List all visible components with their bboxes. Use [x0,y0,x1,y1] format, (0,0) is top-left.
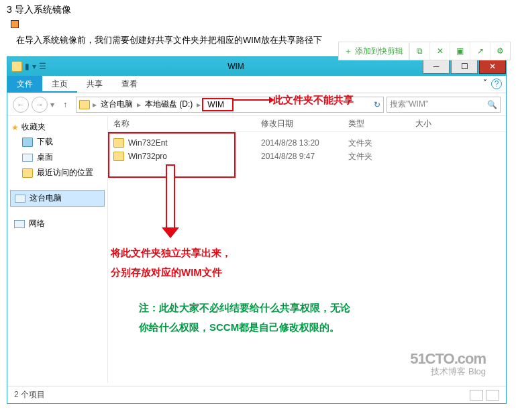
sidebar-downloads[interactable]: 下载 [10,134,105,150]
maximize-button[interactable]: ☐ [451,59,478,74]
chevron-right-icon: ▸ [91,100,98,109]
ribbon-file-tab[interactable]: 文件 [7,76,42,93]
tool-copy-icon[interactable]: ⧉ [409,42,429,60]
plus-icon: ＋ [344,46,352,57]
annotation-arrow-icon [232,99,272,101]
search-icon: 🔍 [487,100,497,109]
minimize-button[interactable]: ─ [423,59,450,74]
close-button[interactable]: ✕ [479,59,506,74]
annotation-arrow-down-icon [166,164,175,238]
sidebar-network[interactable]: 网络 [10,216,105,231]
col-type[interactable]: 类型 [343,118,410,129]
nav-forward-button[interactable]: → [32,97,48,113]
tool-share-icon[interactable]: ↗ [470,42,490,60]
view-large-icon[interactable] [486,390,499,401]
annotation-share-independent: 将此文件夹独立共享出来， 分别存放对应的WIM文件 [111,244,231,282]
page-toolbar: ＋ 添加到快剪辑 ⧉ ✕ ▣ ↗ ⚙ [338,42,511,60]
col-name[interactable]: 名称 [108,118,256,129]
tool-save-icon[interactable]: ▣ [450,42,470,60]
statusbar: 2 个项目 [7,386,506,403]
ribbon: 文件 主页 共享 查看 ˅ ? [7,76,506,93]
ribbon-expand-icon[interactable]: ˅ [483,78,487,88]
nav-up-button[interactable]: ↑ [57,97,73,113]
arrow-up-icon: ↑ [63,100,67,109]
col-size[interactable]: 大小 [410,118,457,129]
search-placeholder: 搜索"WIM" [390,99,428,110]
folder-icon [11,61,22,72]
search-input[interactable]: 搜索"WIM" 🔍 [386,97,501,113]
download-icon [22,138,33,147]
nav-history-icon[interactable]: ▾ [50,100,54,109]
sidebar: ★收藏夹 下载 桌面 最近访问的位置 这台电脑 网络 [7,116,108,383]
maximize-icon: ☐ [461,62,468,71]
window-title: WIM [50,62,421,71]
refresh-icon[interactable]: ↻ [374,100,380,109]
navbar: ← → ▾ ↑ ▸ 这台电脑 ▸ 本地磁盘 (D:) ▸ WIM ↻ 搜索"WI… [7,93,506,116]
col-date[interactable]: 修改日期 [256,118,343,129]
chevron-right-icon: ▸ [195,100,202,109]
bullet-icon [11,20,19,28]
close-icon: ✕ [489,62,496,71]
column-headers: 名称 修改日期 类型 大小 [108,116,506,132]
arrow-right-icon: → [36,100,44,109]
annotation-cant-share: 此文件夹不能共享 [273,94,354,107]
bc-pc[interactable]: 这台电脑 [99,99,134,110]
chevron-right-icon: ▸ [136,100,142,109]
recent-icon [22,168,33,178]
ribbon-view-tab[interactable]: 查看 [112,76,147,93]
add-label: 添加到快剪辑 [355,46,403,57]
arrow-left-icon: ← [17,100,25,109]
add-to-clip-button[interactable]: ＋ 添加到快剪辑 [339,43,409,60]
watermark: 51CTO.com 技术博客 Blog [410,351,486,376]
ribbon-share-tab[interactable]: 共享 [77,76,112,93]
tool-cut-icon[interactable]: ✕ [429,42,450,60]
ql-sep-icon: ▮ [25,62,30,71]
nav-back-button[interactable]: ← [13,97,29,113]
help-icon[interactable]: ? [491,78,502,89]
bc-wim-highlight[interactable]: WIM [202,98,234,111]
network-icon [14,220,25,228]
desktop-icon [22,154,33,162]
explorer-window: ▮ ▾ ☰ WIM ─ ☐ ✕ 文件 主页 共享 查看 ˅ ? ← → ▾ ↑ … [7,56,507,404]
ql-props-icon[interactable]: ☰ [39,62,46,71]
folder-icon [79,100,90,109]
pc-icon [15,195,25,203]
tool-settings-icon[interactable]: ⚙ [490,42,510,60]
star-icon: ★ [11,123,19,132]
sidebar-favorites[interactable]: ★收藏夹 [10,120,105,134]
section-title: 3 导入系统镜像 [0,0,516,17]
status-text: 2 个项目 [14,389,45,401]
bc-disk[interactable]: 本地磁盘 (D:) [144,99,194,110]
ql-down-icon[interactable]: ▾ [32,62,36,71]
view-details-icon[interactable] [470,390,483,401]
ribbon-home-tab[interactable]: 主页 [42,76,77,93]
annotation-note: 注：此处大家不必纠结要给什么共享权限，无论 你给什么权限，SCCM都是自己修改权… [139,299,350,337]
sidebar-recent[interactable]: 最近访问的位置 [10,165,105,180]
sidebar-desktop[interactable]: 桌面 [10,150,105,165]
minimize-icon: ─ [433,62,440,71]
sidebar-pc[interactable]: 这台电脑 [10,190,105,207]
